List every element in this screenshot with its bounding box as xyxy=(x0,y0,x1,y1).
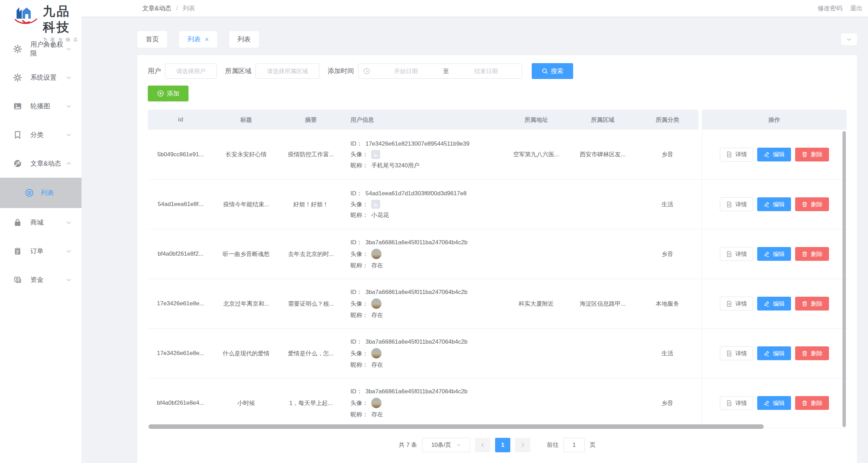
pencil-icon xyxy=(763,301,770,307)
col-header-id: id xyxy=(148,110,213,130)
breadcrumb: 文章&动态 / 列表 xyxy=(142,4,195,12)
tab-close-icon[interactable]: × xyxy=(205,36,209,43)
user-nickname-value: 存在 xyxy=(371,311,383,319)
user-id-label: ID： xyxy=(350,387,365,396)
edit-button[interactable]: 编辑 xyxy=(757,197,791,211)
col-header-address: 所属地址 xyxy=(503,110,569,130)
trash-icon xyxy=(801,350,808,357)
cell-summary: 疫情防控工作富... xyxy=(279,130,343,179)
search-button[interactable]: 搜索 xyxy=(532,63,573,79)
user-avatar-photo xyxy=(371,249,382,259)
add-button[interactable]: 添加 xyxy=(148,86,189,101)
user-avatar-photo xyxy=(371,298,382,309)
user-avatar-label: 头像： xyxy=(350,299,371,308)
change-password-link[interactable]: 修改密码 xyxy=(818,4,842,12)
detail-button[interactable]: 详情 xyxy=(720,197,753,211)
cell-id: bf4a0bf261e8e4... xyxy=(148,378,213,428)
cell-user-info: ID： 3ba7a66861a6e45f011ba247064b4c2b 头像：… xyxy=(343,378,503,428)
end-date-placeholder[interactable]: 结束日期 xyxy=(450,67,522,75)
sidebar-item-1[interactable]: 系统设置 xyxy=(0,63,81,92)
start-date-placeholder[interactable]: 开始日期 xyxy=(370,67,442,75)
fixed-column-gutter-cell xyxy=(698,279,702,328)
sidebar-item-6[interactable]: 订单 xyxy=(0,237,81,265)
edit-button[interactable]: 编辑 xyxy=(757,148,791,161)
tab-0[interactable]: 首页 xyxy=(137,31,167,48)
user-select-placeholder: 请选择用户 xyxy=(176,67,206,75)
table-row-4: 17e3426e61e8e...什么是现代的爱情爱情是什么，怎... ID： 3… xyxy=(148,328,847,378)
horizontal-scrollbar[interactable] xyxy=(148,424,764,429)
user-id-value: 3ba7a66861a6e45f011ba247064b4c2b xyxy=(365,337,467,346)
brand-name: 九品科技 xyxy=(43,3,81,35)
delete-button[interactable]: 删除 xyxy=(795,247,829,261)
detail-button[interactable]: 详情 xyxy=(720,297,753,311)
fixed-column-gutter-cell xyxy=(698,130,702,179)
total-count-label: 共 7 条 xyxy=(399,441,417,449)
delete-button[interactable]: 删除 xyxy=(795,197,829,211)
user-select[interactable]: 请选择用户 xyxy=(165,63,217,79)
document-icon xyxy=(726,201,732,208)
edit-button[interactable]: 编辑 xyxy=(757,396,791,410)
sidebar-subitem-列表[interactable]: 列表 xyxy=(0,178,81,208)
tab-2[interactable]: 列表 xyxy=(229,31,259,48)
tab-1-active[interactable]: 列表× xyxy=(179,31,217,48)
cell-actions: 详情 编辑 删除 xyxy=(702,328,847,378)
edit-button[interactable]: 编辑 xyxy=(757,297,791,311)
col-header-userinfo: 用户信息 xyxy=(343,110,503,130)
user-nickname-value: 存在 xyxy=(371,361,383,369)
sidebar-item-4[interactable]: 文章&动态 xyxy=(0,149,81,178)
logout-link[interactable]: 退出 xyxy=(850,4,862,12)
detail-button[interactable]: 详情 xyxy=(720,247,753,261)
delete-button[interactable]: 删除 xyxy=(795,346,829,360)
cell-summary: 去年去北京的时... xyxy=(279,229,343,279)
detail-button[interactable]: 详情 xyxy=(720,396,753,410)
chevron-down-icon xyxy=(66,132,72,138)
pencil-icon xyxy=(763,251,770,257)
fixed-column-gutter-cell xyxy=(698,378,702,428)
document-icon xyxy=(726,400,732,406)
cell-address: 空军第九八六医... xyxy=(503,130,569,179)
vertical-scrollbar[interactable] xyxy=(842,131,846,427)
edit-button[interactable]: 编辑 xyxy=(757,247,791,261)
region-select[interactable]: 请选择所属区域 xyxy=(255,63,319,79)
edit-button[interactable]: 编辑 xyxy=(757,346,791,360)
cell-address xyxy=(503,328,569,378)
prev-page-button[interactable] xyxy=(475,438,490,452)
next-page-button[interactable] xyxy=(515,438,530,452)
cell-user-info: ID： 54ad1eea61d7d1d303f6f00d3d9617e8 头像：… xyxy=(343,179,503,229)
sidebar: 九品科技 为家乡做点小事 用户角色权限系统设置轮播图分类文章&动态列表商城订单资… xyxy=(0,0,81,463)
current-page-button[interactable]: 1 xyxy=(495,438,510,452)
delete-button[interactable]: 删除 xyxy=(795,297,829,311)
delete-button[interactable]: 删除 xyxy=(795,396,829,410)
user-nickname-value: 存在 xyxy=(371,261,383,270)
cell-actions: 详情 编辑 删除 xyxy=(702,229,847,279)
detail-button[interactable]: 详情 xyxy=(720,148,753,161)
user-nickname-label: 昵称： xyxy=(350,410,371,419)
detail-button[interactable]: 详情 xyxy=(720,346,753,360)
goto-page-input[interactable]: 1 xyxy=(563,438,585,452)
cell-category: 乡音 xyxy=(636,229,698,279)
cell-user-info: ID： 17e3426e61e8213007e89544511b9e39 头像：… xyxy=(343,130,503,179)
gear-icon xyxy=(13,73,22,82)
sidebar-item-3[interactable]: 分类 xyxy=(0,120,81,149)
breadcrumb-item[interactable]: 文章&动态 xyxy=(142,4,171,12)
sidebar-item-2[interactable]: 轮播图 xyxy=(0,92,81,120)
sidebar-item-7[interactable]: 资金 xyxy=(0,265,81,294)
cell-region xyxy=(569,378,636,428)
sidebar-item-5[interactable]: 商城 xyxy=(0,208,81,237)
table-row-0: 5b049cc861e91...长安永安好心情疫情防控工作富... ID： 17… xyxy=(148,130,847,179)
user-nickname-value: 手机尾号3240用户 xyxy=(371,161,419,170)
date-range-picker[interactable]: 开始日期 至 结束日期 xyxy=(358,63,522,79)
tabs-dropdown-button[interactable] xyxy=(841,33,857,45)
delete-button[interactable]: 删除 xyxy=(795,148,829,161)
cell-title: 什么是现代的爱情 xyxy=(213,328,279,378)
date-range-separator: 至 xyxy=(442,67,450,75)
page-size-select[interactable]: 10条/页 xyxy=(422,438,470,452)
image-icon xyxy=(13,102,22,111)
user-id-value: 3ba7a66861a6e45f011ba247064b4c2b xyxy=(365,288,467,296)
topbar: 文章&动态 / 列表 修改密码 退出 xyxy=(81,0,868,17)
cell-actions: 详情 编辑 删除 xyxy=(702,378,847,428)
tabs-bar: 首页列表×列表 xyxy=(137,31,857,48)
col-header-category: 所属分类 xyxy=(636,110,698,130)
col-header-region: 所属区域 xyxy=(569,110,636,130)
articles-table: id 标题 摘要 用户信息 所属地址 所属区域 所属分类 操作 5b049cc8… xyxy=(148,110,847,428)
